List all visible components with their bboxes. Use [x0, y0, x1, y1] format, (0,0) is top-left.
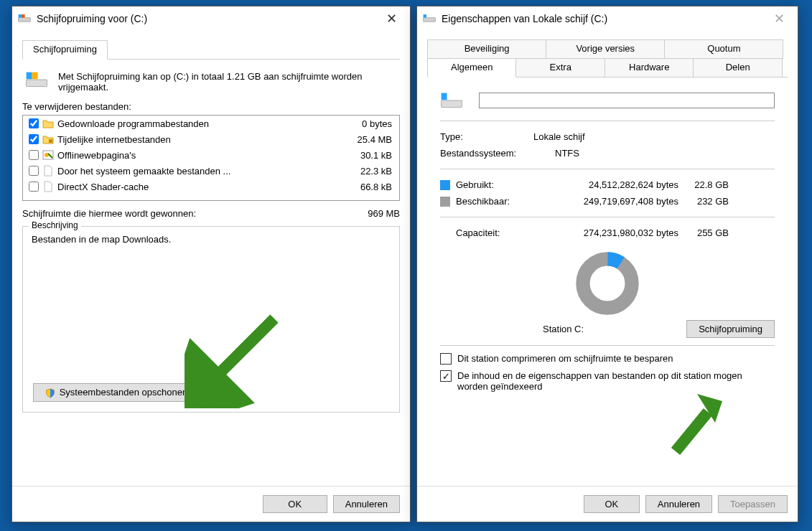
capacity-bytes: 274,231,980,032 bytes [528, 227, 678, 238]
file-checkbox[interactable] [29, 166, 39, 176]
svg-rect-5 [32, 72, 38, 80]
file-name: Offlinewebpagina's [57, 150, 332, 161]
capacity-gb: 255 GB [678, 227, 729, 238]
file-size: 66.8 kB [332, 182, 396, 192]
used-gb: 22.8 GB [678, 179, 729, 190]
dialog-title: Eigenschappen van Lokale schijf (C:) [442, 13, 766, 24]
description-body: Bestanden in de map Downloads. [32, 234, 391, 245]
station-label: Station C: [543, 324, 584, 334]
file-name: Tijdelijke internetbestanden [57, 134, 332, 145]
file-row[interactable]: Offlinewebpagina's30.1 kB [23, 147, 399, 163]
file-checkbox[interactable] [29, 150, 39, 160]
drive-icon-large [25, 70, 48, 90]
ok-button[interactable]: OK [263, 495, 327, 513]
fs-value: NTFS [555, 148, 579, 159]
drive-name-input[interactable] [479, 93, 775, 108]
used-bytes: 24,512,282,624 bytes [528, 179, 678, 190]
file-name: Gedownloade programmabestanden [57, 118, 332, 129]
free-bytes: 249,719,697,408 bytes [528, 196, 678, 207]
file-checkbox[interactable] [29, 134, 39, 144]
file-row[interactable]: Gedownloade programmabestanden0 bytes [23, 116, 399, 131]
web-offline-icon [42, 149, 55, 161]
used-label: Gebruikt: [456, 179, 528, 190]
file-size: 0 bytes [332, 118, 396, 129]
folder-lock-icon [42, 133, 55, 145]
svg-rect-4 [27, 72, 32, 80]
type-label: Type: [440, 131, 533, 142]
tab-delen[interactable]: Delen [693, 58, 782, 77]
drive-icon [18, 12, 31, 25]
svg-rect-14 [442, 93, 447, 100]
file-list[interactable]: Gedownloade programmabestanden0 bytesTij… [22, 115, 400, 201]
folder-icon [42, 118, 55, 129]
free-color-swatch [440, 197, 450, 207]
ok-button[interactable]: OK [584, 495, 640, 513]
type-value: Lokale schijf [533, 131, 585, 142]
drive-icon [423, 12, 436, 25]
svg-rect-3 [27, 80, 47, 87]
svg-rect-0 [19, 18, 31, 22]
file-row[interactable]: Tijdelijke internetbestanden25.4 MB [23, 131, 399, 147]
index-checkbox[interactable] [440, 370, 452, 382]
tab-hardware[interactable]: Hardware [605, 58, 694, 77]
file-row[interactable]: DirectX Shader-cache66.8 kB [23, 179, 399, 194]
file-icon [42, 181, 55, 192]
used-color-swatch [440, 180, 450, 190]
description-group: Beschrijving Bestanden in de map Downloa… [22, 226, 400, 413]
svg-rect-6 [49, 139, 52, 143]
tab-strip: Beveiliging Vorige versies Quotum Algeme… [427, 39, 788, 77]
svg-line-18 [676, 412, 708, 451]
tab-quotum[interactable]: Quotum [664, 39, 783, 59]
file-name: DirectX Shader-cache [57, 182, 332, 192]
description-legend: Beschrijving [29, 220, 81, 230]
drive-icon-large [440, 90, 469, 111]
disk-cleanup-button[interactable]: Schijfopruiming [686, 320, 775, 338]
cancel-button[interactable]: Annuleren [645, 495, 712, 513]
tab-extra[interactable]: Extra [515, 58, 605, 77]
dialog-title: Schijfopruiming voor (C:) [37, 13, 378, 24]
svg-point-15 [583, 259, 632, 308]
files-label: Te verwijderen bestanden: [22, 101, 400, 112]
disk-cleanup-dialog: Schijfopruiming voor (C:) ✕ Schijfopruim… [11, 6, 411, 522]
file-icon [42, 165, 55, 177]
tab-algemeen[interactable]: Algemeen [427, 58, 516, 77]
svg-rect-1 [19, 14, 22, 18]
close-button[interactable]: ✕ [766, 11, 792, 27]
file-size: 30.1 kB [332, 150, 396, 161]
index-label: De inhoud en de eigenschappen van bestan… [457, 370, 775, 392]
gain-label: Schijfruimte die hiermee wordt gewonnen: [22, 208, 368, 219]
gain-value: 969 MB [368, 208, 400, 219]
drive-properties-dialog: Eigenschappen van Lokale schijf (C:) ✕ B… [416, 6, 798, 522]
file-size: 25.4 MB [332, 134, 396, 145]
compress-label: Dit station comprimeren om schijfruimte … [457, 353, 673, 364]
apply-button[interactable]: Toepassen [718, 495, 788, 513]
free-gb: 232 GB [678, 196, 729, 207]
file-size: 22.3 kB [332, 166, 396, 177]
svg-rect-13 [442, 100, 462, 108]
file-name: Door het systeem gemaakte bestanden ... [57, 166, 332, 177]
file-checkbox[interactable] [29, 182, 39, 192]
intro-text: Met Schijfopruiming kan op (C:) in totaa… [58, 70, 397, 93]
svg-rect-12 [424, 14, 427, 18]
svg-rect-11 [424, 18, 436, 22]
tab-schijfopruiming[interactable]: Schijfopruiming [22, 40, 108, 60]
close-button[interactable]: ✕ [378, 11, 404, 27]
compress-checkbox[interactable] [440, 353, 452, 365]
tab-beveiliging[interactable]: Beveiliging [427, 39, 546, 59]
capacity-label: Capaciteit: [456, 227, 528, 238]
fs-label: Bestandssysteem: [440, 148, 555, 159]
cancel-button[interactable]: Annuleren [333, 495, 400, 513]
titlebar[interactable]: Schijfopruiming voor (C:) ✕ [12, 6, 410, 31]
file-checkbox[interactable] [29, 118, 39, 128]
usage-donut-chart [575, 251, 640, 316]
tab-vorige-versies[interactable]: Vorige versies [546, 39, 665, 59]
svg-rect-2 [22, 14, 25, 18]
shield-icon [45, 388, 55, 398]
file-row[interactable]: Door het systeem gemaakte bestanden ...2… [23, 163, 399, 179]
titlebar[interactable]: Eigenschappen van Lokale schijf (C:) ✕ [417, 6, 798, 31]
clean-system-files-button[interactable]: Systeembestanden opschonen [33, 383, 200, 402]
svg-point-8 [45, 153, 49, 157]
free-label: Beschikbaar: [456, 196, 528, 207]
